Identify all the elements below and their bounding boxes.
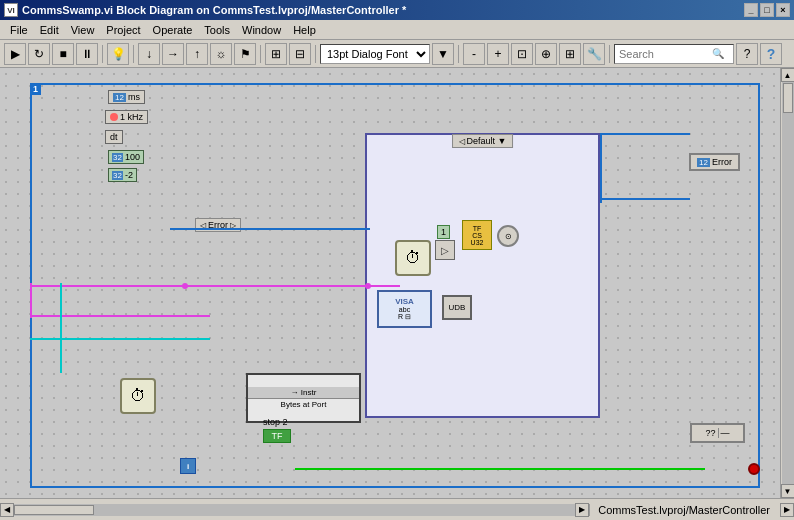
sep1: [102, 45, 103, 63]
app-icon: VI: [4, 3, 18, 17]
pink-wire-2: [30, 315, 210, 317]
compare-node: ▷: [435, 240, 455, 260]
stop2-group: stop 2 TF: [263, 417, 291, 443]
retain-button[interactable]: ⚑: [234, 43, 256, 65]
case-header[interactable]: ◁ Default ▼: [452, 134, 514, 148]
green-wire-1: [295, 468, 705, 470]
highlight-button[interactable]: ☼: [210, 43, 232, 65]
blue-wire-3: [600, 133, 690, 135]
menu-tools[interactable]: Tools: [198, 22, 236, 38]
wait-node-main: ⏱: [120, 378, 156, 414]
snap-button[interactable]: ⊞: [559, 43, 581, 65]
freq-label: 1 kHz: [120, 112, 143, 122]
feedback-node: ?? —: [690, 423, 745, 443]
maximize-button[interactable]: □: [760, 3, 774, 17]
blue-wire-1: [170, 228, 370, 230]
tf-const: TF: [263, 429, 291, 443]
vertical-scrollbar[interactable]: ▲ ▼: [780, 68, 794, 498]
sep4: [315, 45, 316, 63]
iter-terminal: i: [180, 458, 196, 474]
window-controls: _ □ ×: [744, 3, 790, 17]
menu-help[interactable]: Help: [287, 22, 322, 38]
step-out-button[interactable]: ↑: [186, 43, 208, 65]
wire-junction-1: [182, 283, 188, 289]
blue-wire-v1: [600, 133, 602, 203]
pause-button[interactable]: ⏸: [76, 43, 98, 65]
one-const: 1: [437, 225, 450, 239]
menu-edit[interactable]: Edit: [34, 22, 65, 38]
loop-index-label: 1: [30, 83, 41, 95]
sep2: [133, 45, 134, 63]
menubar: File Edit View Project Operate Tools Win…: [0, 20, 794, 40]
error-out-indicator: 12 Error: [689, 153, 740, 171]
circle-node: ⊙: [497, 225, 519, 247]
stop-icon: [748, 463, 760, 475]
context-help-button[interactable]: ?: [760, 43, 782, 65]
stop2-label: stop 2: [263, 417, 291, 427]
sep5: [458, 45, 459, 63]
status-nav-button[interactable]: ▶: [780, 503, 794, 517]
block-diagram-canvas[interactable]: 1 12 ms 1 kHz dt 32 100 32 -2 ◁ Error: [0, 68, 780, 498]
probe-button[interactable]: 💡: [107, 43, 129, 65]
error-out-label: Error: [712, 157, 732, 167]
freq-indicator: 1 kHz: [105, 110, 148, 124]
hscroll-thumb[interactable]: [14, 505, 94, 515]
hscroll-right-button[interactable]: ▶: [575, 503, 589, 517]
help-button[interactable]: ?: [736, 43, 758, 65]
zoom-reset-button[interactable]: ⊕: [535, 43, 557, 65]
step-into-button[interactable]: ↓: [138, 43, 160, 65]
scroll-thumb[interactable]: [783, 83, 793, 113]
close-button[interactable]: ×: [776, 3, 790, 17]
case-label: Default ▼: [467, 136, 507, 146]
step-over-button[interactable]: →: [162, 43, 184, 65]
tools-button[interactable]: 🔧: [583, 43, 605, 65]
pink-wire-v1: [30, 283, 32, 318]
menu-window[interactable]: Window: [236, 22, 287, 38]
minimize-button[interactable]: _: [744, 3, 758, 17]
run-cont-button[interactable]: ↻: [28, 43, 50, 65]
menu-file[interactable]: File: [4, 22, 34, 38]
titlebar: VI CommsSwamp.vi Block Diagram on CommsT…: [0, 0, 794, 20]
zoom-fit-button[interactable]: ⊡: [511, 43, 533, 65]
font-select[interactable]: 13pt Dialog Font: [320, 44, 430, 64]
custom1-button[interactable]: ⊞: [265, 43, 287, 65]
cyan-wire-v1: [60, 283, 62, 373]
dt-indicator: dt: [105, 130, 123, 144]
hscroll-left-button[interactable]: ◀: [0, 503, 14, 517]
hscroll-track[interactable]: [14, 504, 575, 516]
udb-node: UDB: [442, 295, 472, 320]
sep6: [609, 45, 610, 63]
cyan-wire-1: [30, 338, 210, 340]
scroll-track[interactable]: [782, 82, 794, 484]
ms-indicator: 12 ms: [108, 90, 145, 104]
scroll-down-button[interactable]: ▼: [781, 484, 795, 498]
statusbar: ◀ ▶ CommsTest.lvproj/MasterController ▶: [0, 498, 794, 520]
case-structure: ◁ Default ▼ 1 TF CS U32 ⊙ ⏱ ▷ VISA: [365, 133, 600, 418]
visa-node: VISA abc R ⊟: [377, 290, 432, 328]
toolbar: ▶ ↻ ■ ⏸ 💡 ↓ → ↑ ☼ ⚑ ⊞ ⊟ 13pt Dialog Font…: [0, 40, 794, 68]
zoom-in-button[interactable]: +: [487, 43, 509, 65]
sep3: [260, 45, 261, 63]
search-input[interactable]: [619, 48, 709, 60]
dt-label: dt: [110, 132, 118, 142]
search-icon[interactable]: 🔍: [709, 45, 727, 63]
abort-button[interactable]: ■: [52, 43, 74, 65]
n-2-const: 32 -2: [108, 168, 137, 182]
blue-wire-2: [600, 198, 690, 200]
zoom-out-button[interactable]: -: [463, 43, 485, 65]
font-down-button[interactable]: ▼: [432, 43, 454, 65]
n100-const: 32 100: [108, 150, 144, 164]
window-title: CommsSwamp.vi Block Diagram on CommsTest…: [22, 4, 406, 16]
menu-view[interactable]: View: [65, 22, 101, 38]
custom2-button[interactable]: ⊟: [289, 43, 311, 65]
status-path: CommsTest.lvproj/MasterController: [589, 504, 778, 516]
pink-wire-1: [30, 285, 400, 287]
cluster-node: TF CS U32: [462, 220, 492, 250]
menu-operate[interactable]: Operate: [147, 22, 199, 38]
scroll-up-button[interactable]: ▲: [781, 68, 795, 82]
run-button[interactable]: ▶: [4, 43, 26, 65]
bytes-at-port-node: → Instr Bytes at Port: [246, 373, 361, 423]
search-box[interactable]: 🔍: [614, 44, 734, 64]
wire-junction-2: [365, 283, 371, 289]
menu-project[interactable]: Project: [100, 22, 146, 38]
